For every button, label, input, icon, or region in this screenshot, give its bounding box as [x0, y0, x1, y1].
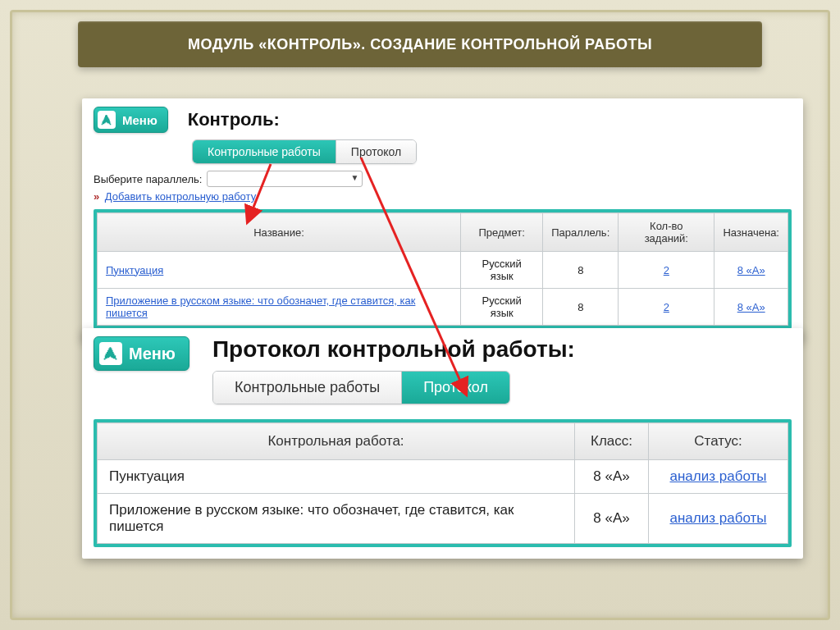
cell-parallel: 8: [543, 252, 619, 289]
table-row: Пунктуация 8 «А» анализ работы: [98, 460, 788, 494]
table-frame: Контрольная работа: Класс: Статус: Пункт…: [94, 419, 792, 547]
cell-name: Пунктуация: [98, 460, 575, 494]
add-work-link[interactable]: Добавить контрольную работу: [105, 190, 256, 203]
cell-assigned-link[interactable]: 8 «А»: [737, 301, 765, 313]
slide-title-bar: МОДУЛЬ «КОНТРОЛЬ». СОЗДАНИЕ КОНТРОЛЬНОЙ …: [78, 21, 762, 67]
tab-control-works[interactable]: Контрольные работы: [193, 140, 336, 163]
col-subject: Предмет:: [461, 213, 543, 252]
table-frame: Название: Предмет: Параллель: Кол-во зад…: [94, 209, 792, 329]
raquo-icon: »: [94, 190, 99, 203]
cell-assigned-link[interactable]: 8 «А»: [737, 264, 765, 276]
tab-control-works[interactable]: Контрольные работы: [213, 372, 402, 404]
menu-button[interactable]: ⮝ Меню: [94, 107, 168, 133]
cell-subject: Русский язык: [461, 289, 543, 326]
table-row: Пунктуация Русский язык 8 2 8 «А»: [98, 252, 788, 289]
tab-protocol[interactable]: Протокол: [402, 372, 509, 404]
arrow-up-icon: ⮝: [98, 111, 116, 129]
cell-name: Приложение в русском языке: что обозначе…: [98, 494, 575, 544]
col-class: Класс:: [575, 423, 649, 460]
status-link[interactable]: анализ работы: [670, 510, 767, 526]
col-tasks: Кол-во заданий:: [619, 213, 714, 252]
parallel-label: Выберите параллель:: [94, 173, 202, 185]
cell-tasks-link[interactable]: 2: [664, 301, 669, 313]
panel-title: Контроль:: [188, 109, 792, 130]
parallel-select[interactable]: [207, 171, 363, 187]
menu-button-label: Меню: [122, 113, 158, 127]
cell-class: 8 «А»: [575, 460, 649, 494]
menu-button-label: Меню: [129, 345, 176, 363]
panel-control: ⮝ Меню Контроль: Контрольные работы Прот…: [82, 98, 803, 340]
work-name-link[interactable]: Приложение в русском языке: что обозначе…: [106, 294, 415, 319]
cell-parallel: 8: [543, 289, 619, 326]
cell-class: 8 «А»: [575, 494, 649, 544]
cell-tasks-link[interactable]: 2: [664, 264, 669, 276]
panel-protocol: ⮝ Меню Протокол контрольной работы: Конт…: [82, 328, 803, 559]
tabs: Контрольные работы Протокол: [192, 139, 417, 164]
col-status: Статус:: [649, 423, 788, 460]
work-name-link[interactable]: Пунктуация: [106, 264, 163, 276]
tab-protocol[interactable]: Протокол: [336, 140, 416, 163]
cell-subject: Русский язык: [461, 252, 543, 289]
col-name: Контрольная работа:: [98, 423, 575, 460]
table-row: Приложение в русском языке: что обозначе…: [98, 289, 788, 326]
col-name: Название:: [98, 213, 461, 252]
col-assigned: Назначена:: [714, 213, 788, 252]
menu-button[interactable]: ⮝ Меню: [94, 336, 189, 371]
panel-title: Протокол контрольной работы:: [212, 336, 792, 363]
tabs: Контрольные работы Протокол: [212, 371, 510, 404]
col-parallel: Параллель:: [543, 213, 619, 252]
table-row: Приложение в русском языке: что обозначе…: [98, 494, 788, 544]
arrow-up-icon: ⮝: [99, 342, 122, 365]
slide-title: МОДУЛЬ «КОНТРОЛЬ». СОЗДАНИЕ КОНТРОЛЬНОЙ …: [188, 36, 652, 53]
status-link[interactable]: анализ работы: [670, 468, 767, 484]
